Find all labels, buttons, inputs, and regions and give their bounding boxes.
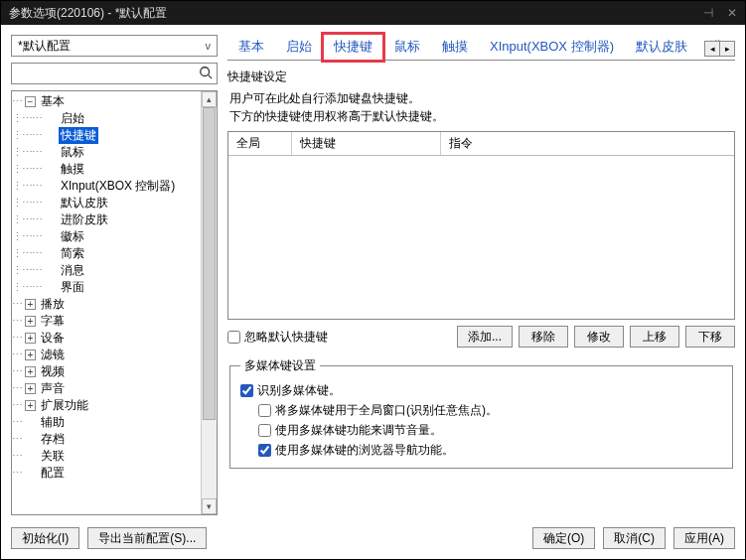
scroll-thumb[interactable] bbox=[203, 107, 216, 420]
init-button[interactable]: 初始化(I) bbox=[11, 527, 79, 549]
search-icon bbox=[195, 66, 217, 82]
tree-item-selected[interactable]: ⋮⋯⋯快捷键 bbox=[12, 127, 201, 144]
export-button[interactable]: 导出当前配置(S)... bbox=[87, 527, 207, 549]
multimedia-legend: 多媒体键设置 bbox=[240, 357, 320, 374]
tree-node-filter[interactable]: ⋯+滤镜 bbox=[12, 347, 201, 363]
tree-node-subtitle[interactable]: ⋯+字幕 bbox=[12, 313, 201, 330]
search-input-wrapper[interactable] bbox=[11, 63, 218, 84]
tree-scrollbar[interactable]: ▴ ▾ bbox=[201, 91, 217, 514]
tab-start[interactable]: 启始 bbox=[275, 34, 323, 61]
th-global[interactable]: 全局 bbox=[228, 132, 292, 155]
mm-global-checkbox[interactable]: 将多媒体键用于全局窗口(识别任意焦点)。 bbox=[258, 400, 722, 420]
tab-skin[interactable]: 默认皮肤 bbox=[625, 34, 698, 61]
move-up-button[interactable]: 上移 bbox=[630, 326, 679, 348]
tab-scroll-right-icon[interactable]: ▸ bbox=[719, 41, 735, 57]
close-icon[interactable]: ✕ bbox=[727, 6, 737, 20]
tree-node-assoc[interactable]: ⋯关联 bbox=[12, 448, 201, 465]
th-shortcut[interactable]: 快捷键 bbox=[292, 132, 441, 155]
ok-button[interactable]: 确定(O) bbox=[532, 527, 595, 549]
window-title: 参数选项(220106) - *默认配置 bbox=[9, 5, 167, 22]
apply-button[interactable]: 应用(A) bbox=[673, 527, 735, 549]
tree-item[interactable]: ⋮⋯⋯默认皮肤 bbox=[12, 195, 201, 211]
titlebar: 参数选项(220106) - *默认配置 ⊣ ✕ bbox=[1, 1, 745, 25]
profile-combo-value: *默认配置 bbox=[18, 38, 71, 55]
tab-scroll-left-icon[interactable]: ◂ bbox=[704, 41, 720, 57]
tree-node-device[interactable]: ⋯+设备 bbox=[12, 330, 201, 347]
svg-line-1 bbox=[209, 74, 213, 78]
dialog-footer: 初始化(I) 导出当前配置(S)... 确定(O) 取消(C) 应用(A) bbox=[1, 519, 745, 559]
move-down-button[interactable]: 下移 bbox=[685, 326, 735, 348]
tab-row: 基本 启始 快捷键 鼠标 触摸 XInput(XBOX 控制器) 默认皮肤 进 … bbox=[227, 35, 735, 61]
tree-item[interactable]: ⋮⋯⋯简索 bbox=[12, 245, 201, 262]
tree-item[interactable]: ⋮⋯⋯触摸 bbox=[12, 161, 201, 178]
tree-item[interactable]: ⋮⋯⋯消息 bbox=[12, 262, 201, 279]
cancel-button[interactable]: 取消(C) bbox=[603, 527, 666, 549]
tree-node-video[interactable]: ⋯+视频 bbox=[12, 363, 201, 380]
mm-volume-checkbox[interactable]: 使用多媒体键功能来调节音量。 bbox=[258, 420, 722, 440]
tree-item[interactable]: ⋮⋯⋯进阶皮肤 bbox=[12, 211, 201, 228]
remove-button[interactable]: 移除 bbox=[519, 326, 568, 348]
tab-mouse[interactable]: 鼠标 bbox=[383, 34, 431, 61]
add-button[interactable]: 添加... bbox=[457, 326, 513, 348]
tree-node-playback[interactable]: ⋯+播放 bbox=[12, 296, 201, 313]
scroll-up-icon[interactable]: ▴ bbox=[202, 91, 217, 107]
category-tree[interactable]: ⋯−基本 ⋮⋯⋯启始 ⋮⋯⋯快捷键 ⋮⋯⋯鼠标 ⋮⋯⋯触摸 ⋮⋯⋯XInput(… bbox=[12, 91, 201, 514]
tab-shortcut[interactable]: 快捷键 bbox=[323, 34, 383, 61]
modify-button[interactable]: 修改 bbox=[574, 326, 624, 348]
scroll-down-icon[interactable]: ▾ bbox=[202, 498, 217, 514]
tree-item[interactable]: ⋮⋯⋯启始 bbox=[12, 110, 201, 127]
tree-item[interactable]: ⋮⋯⋯鼠标 bbox=[12, 144, 201, 161]
shortcut-table[interactable]: 全局 快捷键 指令 bbox=[227, 131, 735, 320]
search-input[interactable] bbox=[12, 67, 195, 80]
tree-node-audio[interactable]: ⋯+声音 bbox=[12, 380, 201, 397]
tree-node-config[interactable]: ⋯配置 bbox=[12, 465, 201, 482]
mm-recognize-checkbox[interactable]: 识别多媒体键。 bbox=[240, 380, 722, 400]
tree-item[interactable]: ⋮⋯⋯XInput(XBOX 控制器) bbox=[12, 178, 201, 195]
tree-node-basic[interactable]: ⋯−基本 bbox=[12, 93, 201, 110]
th-command[interactable]: 指令 bbox=[441, 132, 734, 155]
tree-node-ext[interactable]: ⋯+扩展功能 bbox=[12, 397, 201, 414]
multimedia-fieldset: 多媒体键设置 识别多媒体键。 将多媒体键用于全局窗口(识别任意焦点)。 使用多媒… bbox=[229, 357, 733, 469]
hint-text: 用户可在此处自行添加键盘快捷键。 下方的快捷键使用权将高于默认快捷键。 bbox=[227, 89, 735, 125]
pin-icon[interactable]: ⊣ bbox=[703, 6, 713, 20]
tree-item[interactable]: ⋮⋯⋯徽标 bbox=[12, 228, 201, 245]
chevron-down-icon: v bbox=[206, 40, 212, 52]
svg-point-0 bbox=[201, 67, 210, 75]
table-header: 全局 快捷键 指令 bbox=[228, 132, 734, 156]
mm-browser-checkbox[interactable]: 使用多媒体键的浏览器导航功能。 bbox=[258, 440, 722, 460]
tab-touch[interactable]: 触摸 bbox=[431, 34, 479, 61]
tree-item[interactable]: ⋮⋯⋯界面 bbox=[12, 279, 201, 296]
tab-xinput[interactable]: XInput(XBOX 控制器) bbox=[479, 34, 625, 61]
ignore-default-checkbox[interactable]: 忽略默认快捷键 bbox=[227, 329, 328, 346]
profile-combo[interactable]: *默认配置 v bbox=[11, 35, 218, 57]
section-shortcut-title: 快捷键设定 bbox=[227, 69, 735, 85]
tab-basic[interactable]: 基本 bbox=[227, 34, 275, 61]
tree-node-archive[interactable]: ⋯存档 bbox=[12, 431, 201, 448]
tree-node-assist[interactable]: ⋯辅助 bbox=[12, 414, 201, 431]
